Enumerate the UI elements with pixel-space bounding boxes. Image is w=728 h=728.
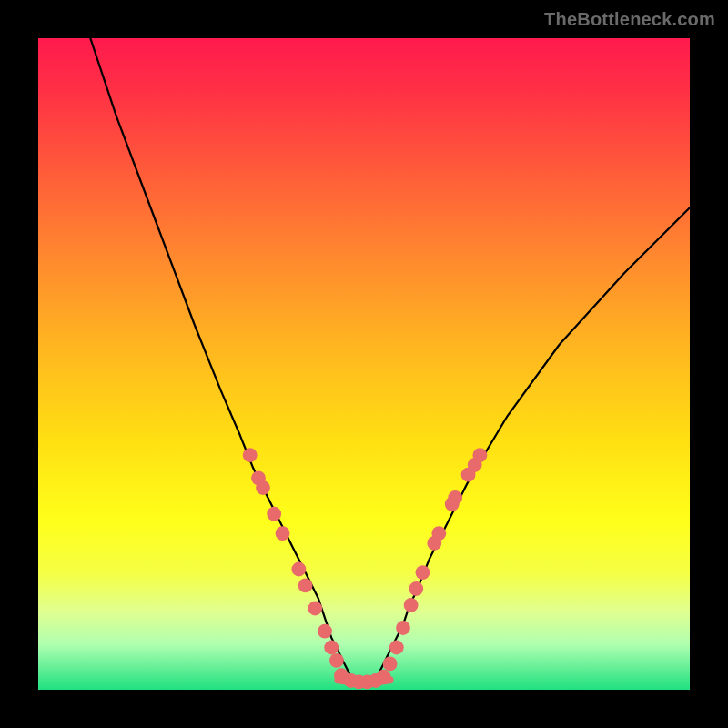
marker-left-dots bbox=[276, 526, 290, 541]
marker-bottom-dots bbox=[377, 670, 391, 684]
curve-lines bbox=[90, 38, 690, 682]
marker-right-dots bbox=[448, 490, 462, 505]
marker-right-dots bbox=[409, 581, 423, 596]
marker-left-dots bbox=[267, 507, 281, 521]
marker-right-dots bbox=[431, 526, 446, 541]
plot-area bbox=[38, 38, 690, 690]
marker-left-dots bbox=[256, 480, 270, 495]
marker-right-dots bbox=[404, 598, 419, 612]
marker-right-dots bbox=[473, 448, 488, 462]
chart-svg bbox=[38, 38, 690, 690]
series-left-curve bbox=[90, 38, 350, 677]
marker-left-dots bbox=[243, 448, 258, 462]
marker-left-dots bbox=[329, 653, 344, 668]
marker-left-dots bbox=[292, 562, 307, 577]
series-right-curve bbox=[377, 207, 690, 677]
marker-left-dots bbox=[324, 641, 339, 655]
marker-left-dots bbox=[318, 624, 332, 639]
marker-right-dots bbox=[396, 621, 410, 635]
marker-right-dots bbox=[416, 565, 430, 580]
chart-frame: TheBottleneck.com bbox=[0, 0, 728, 728]
watermark-text: TheBottleneck.com bbox=[544, 9, 715, 30]
marker-right-dots bbox=[383, 657, 398, 672]
marker-left-dots bbox=[308, 602, 322, 616]
marker-right-dots bbox=[389, 641, 404, 655]
data-markers bbox=[243, 448, 488, 689]
marker-left-dots bbox=[298, 579, 313, 593]
